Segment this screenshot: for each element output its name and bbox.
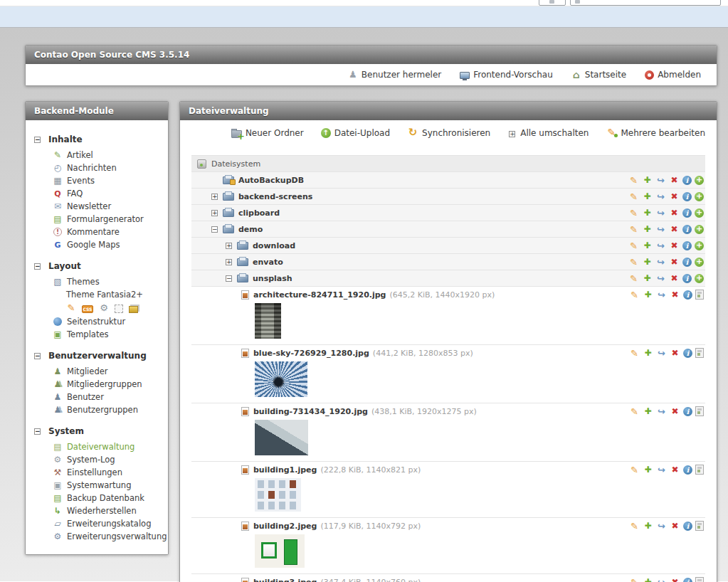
sidebar-item-mitgliedergruppen[interactable]: Mitgliedergruppen bbox=[34, 378, 159, 391]
folder-name[interactable]: envato bbox=[253, 258, 283, 267]
pencil-icon[interactable] bbox=[66, 303, 76, 313]
collapse-toggle-icon[interactable]: − bbox=[34, 263, 41, 270]
info-icon[interactable] bbox=[682, 241, 692, 250]
sidebar-item-erweiterungsverwaltung[interactable]: Erweiterungsverwaltung bbox=[34, 530, 159, 543]
images-icon[interactable] bbox=[129, 306, 138, 313]
info-icon[interactable] bbox=[683, 349, 692, 358]
file-name[interactable]: building1.jpeg bbox=[253, 465, 317, 475]
move-icon[interactable] bbox=[656, 521, 667, 531]
delete-icon[interactable] bbox=[669, 224, 680, 235]
info-icon[interactable] bbox=[682, 208, 692, 218]
sidebar-item-kommentare[interactable]: Kommentare bbox=[34, 226, 159, 238]
upload-into-icon[interactable] bbox=[695, 176, 704, 185]
duplicate-icon[interactable] bbox=[643, 521, 653, 531]
sidebar-item-templates[interactable]: Templates bbox=[34, 328, 159, 341]
edit-icon[interactable] bbox=[628, 224, 639, 235]
duplicate-icon[interactable] bbox=[642, 273, 653, 284]
delete-icon[interactable] bbox=[669, 208, 680, 218]
folder-name[interactable]: download bbox=[253, 241, 295, 250]
info-icon[interactable] bbox=[683, 522, 692, 531]
folder-name[interactable]: backend-screens bbox=[238, 192, 312, 201]
sidebar-item-mitglieder[interactable]: Mitglieder bbox=[34, 365, 159, 378]
move-icon[interactable] bbox=[655, 224, 666, 235]
edit-icon[interactable] bbox=[628, 191, 639, 202]
header-link-benutzer-hermeler[interactable]: Benutzer hermeler bbox=[348, 70, 441, 80]
info-icon[interactable] bbox=[683, 290, 692, 300]
upload-into-icon[interactable] bbox=[695, 192, 704, 201]
delete-icon[interactable] bbox=[670, 290, 680, 300]
toolbar-button-alle-umschalten[interactable]: Alle umschalten bbox=[507, 128, 589, 138]
sidebar-item-systemwartung[interactable]: Systemwartung bbox=[34, 479, 159, 492]
info-icon[interactable] bbox=[682, 258, 692, 267]
thumbnail-building-731434-1920-jpg[interactable] bbox=[255, 420, 308, 455]
duplicate-icon[interactable] bbox=[642, 191, 653, 202]
edit-icon[interactable] bbox=[628, 208, 639, 218]
folder-name[interactable]: AutoBackupDB bbox=[238, 176, 304, 185]
duplicate-icon[interactable] bbox=[642, 240, 653, 251]
sidebar-item-erweiterungskatalog[interactable]: Erweiterungskatalog bbox=[34, 517, 159, 530]
file-name[interactable]: building3.jpeg bbox=[253, 578, 317, 582]
sidebar-section-header-layout[interactable]: −Layout bbox=[34, 261, 159, 271]
expand-toggle-icon[interactable]: + bbox=[211, 210, 218, 216]
toolbar-button-synchronisieren[interactable]: Synchronisieren bbox=[407, 127, 490, 138]
move-icon[interactable] bbox=[656, 290, 667, 300]
image-edit-icon[interactable] bbox=[695, 290, 704, 300]
info-icon[interactable] bbox=[683, 578, 692, 582]
move-icon[interactable] bbox=[655, 208, 666, 218]
edit-icon[interactable] bbox=[628, 257, 639, 268]
sidebar-item-backup-datenbank[interactable]: Backup Datenbank bbox=[34, 492, 159, 504]
delete-icon[interactable] bbox=[670, 348, 680, 359]
delete-icon[interactable] bbox=[669, 175, 680, 186]
delete-icon[interactable] bbox=[670, 577, 680, 582]
move-icon[interactable] bbox=[656, 465, 667, 475]
edit-icon[interactable] bbox=[628, 240, 639, 251]
sidebar-item-nachrichten[interactable]: Nachrichten bbox=[34, 162, 159, 174]
file-name[interactable]: building-731434_1920.jpg bbox=[253, 407, 368, 416]
collapse-toggle-icon[interactable]: − bbox=[34, 137, 41, 143]
thumbnail-building2-jpeg[interactable] bbox=[255, 534, 305, 568]
sidebar-item-themes[interactable]: Themes bbox=[34, 275, 159, 288]
modules-icon[interactable] bbox=[115, 305, 123, 313]
duplicate-icon[interactable] bbox=[643, 406, 653, 417]
duplicate-icon[interactable] bbox=[642, 175, 653, 186]
info-icon[interactable] bbox=[682, 176, 692, 185]
edit-icon[interactable] bbox=[629, 290, 640, 300]
info-icon[interactable] bbox=[682, 192, 692, 201]
sidebar-item-faq[interactable]: FAQ bbox=[34, 187, 159, 200]
info-icon[interactable] bbox=[682, 225, 692, 234]
thumbnail-architecture-824711-1920-jpg[interactable] bbox=[255, 303, 281, 339]
file-name[interactable]: architecture-824711_1920.jpg bbox=[253, 290, 386, 300]
move-icon[interactable] bbox=[655, 257, 666, 268]
collapse-toggle-icon[interactable]: − bbox=[226, 275, 232, 282]
info-icon[interactable] bbox=[682, 274, 692, 283]
upload-into-icon[interactable] bbox=[695, 241, 704, 250]
thumbnail-building1-jpeg[interactable] bbox=[255, 478, 301, 512]
move-icon[interactable] bbox=[655, 240, 666, 251]
duplicate-icon[interactable] bbox=[643, 290, 653, 300]
collapse-toggle-icon[interactable]: − bbox=[211, 226, 218, 233]
sidebar-item-newsletter[interactable]: Newsletter bbox=[34, 200, 159, 213]
sidebar-section-header-inhalte[interactable]: −Inhalte bbox=[34, 134, 159, 144]
sidebar-item-benutzergruppen[interactable]: Benutzergruppen bbox=[34, 403, 159, 416]
move-icon[interactable] bbox=[656, 406, 667, 417]
edit-icon[interactable] bbox=[629, 521, 640, 531]
image-edit-icon[interactable] bbox=[695, 521, 704, 531]
edit-icon[interactable] bbox=[629, 577, 640, 582]
css-icon[interactable] bbox=[82, 305, 93, 313]
duplicate-icon[interactable] bbox=[643, 465, 653, 475]
sidebar-section-header-system[interactable]: −System bbox=[34, 426, 159, 436]
edit-icon[interactable] bbox=[629, 465, 640, 475]
collapse-toggle-icon[interactable]: − bbox=[34, 428, 41, 435]
duplicate-icon[interactable] bbox=[642, 208, 653, 218]
sidebar-item-seitenstruktur[interactable]: Seitenstruktur bbox=[34, 315, 159, 328]
duplicate-icon[interactable] bbox=[643, 348, 653, 359]
toolbar-button-datei-upload[interactable]: Datei-Upload bbox=[321, 128, 390, 138]
duplicate-icon[interactable] bbox=[643, 577, 653, 582]
duplicate-icon[interactable] bbox=[642, 257, 653, 268]
file-name[interactable]: building2.jpeg bbox=[253, 522, 317, 531]
header-link-abmelden[interactable]: Abmelden bbox=[645, 70, 701, 80]
image-edit-icon[interactable] bbox=[695, 348, 704, 358]
info-icon[interactable] bbox=[683, 407, 692, 416]
upload-into-icon[interactable] bbox=[695, 225, 704, 234]
sidebar-item-dateiverwaltung[interactable]: Dateiverwaltung bbox=[34, 440, 159, 453]
